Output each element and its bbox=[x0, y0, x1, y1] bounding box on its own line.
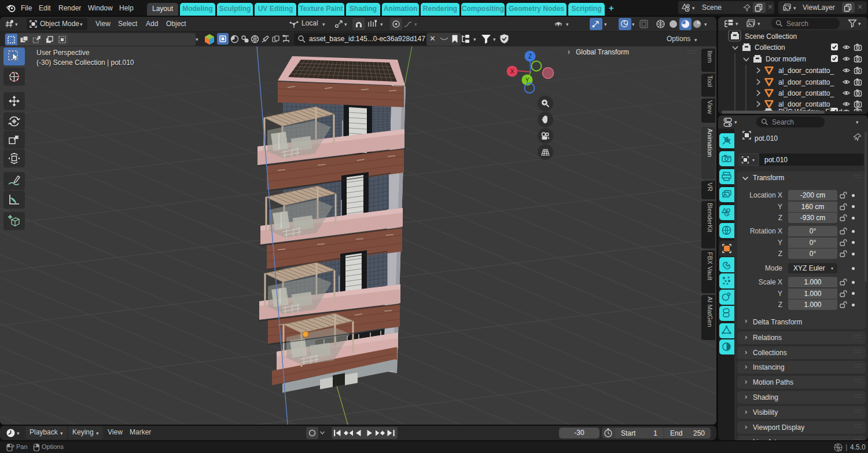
svg-text:Door modern: Door modern bbox=[766, 55, 806, 63]
svg-text:al_door_contatto_: al_door_contatto_ bbox=[778, 67, 834, 75]
svg-text:Y: Y bbox=[525, 77, 529, 83]
svg-text:Collection: Collection bbox=[755, 43, 785, 52]
svg-text:al_door_contatto_: al_door_contatto_ bbox=[778, 89, 834, 97]
svg-text:al_door_contatto_: al_door_contatto_ bbox=[778, 78, 834, 86]
svg-text:Z: Z bbox=[528, 53, 532, 60]
svg-text:al_door_contatto_: al_door_contatto_ bbox=[778, 100, 834, 108]
svg-text:Scene Collection: Scene Collection bbox=[745, 32, 797, 41]
svg-text:X: X bbox=[510, 68, 514, 75]
